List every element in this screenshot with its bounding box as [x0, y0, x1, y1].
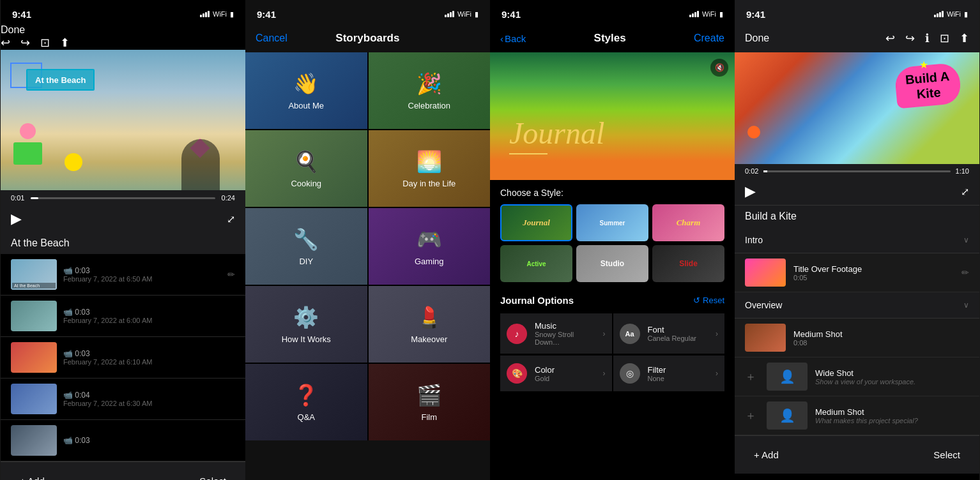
storyboard-makeover[interactable]: 💄 Makeover [369, 286, 491, 363]
wide-shot-add-icon[interactable]: ＋ [745, 369, 756, 384]
signal-icon-4 [934, 11, 944, 17]
nav-icons-4: ↩ ↪ ℹ ⊡ ⬆ [885, 31, 969, 45]
back-button[interactable]: ‹ Back [500, 33, 526, 44]
journal-text-overlay: Journal [509, 116, 604, 154]
storyboard-about-me[interactable]: 👋 About Me [245, 52, 367, 129]
progress-bar-1[interactable] [31, 197, 215, 199]
undo-button-1[interactable]: ↩ [1, 36, 10, 50]
wide-shot-placeholder: Show a view of your workspace. [815, 378, 969, 386]
medium-shot-2-clip[interactable]: ＋ 👤 Medium Shot What makes this project … [735, 396, 979, 435]
intro-clip-1[interactable]: Title Over Footage 0:05 ✏ [735, 253, 979, 292]
style-studio-label: Studio [601, 259, 624, 268]
share-button-1[interactable]: ⬆ [60, 36, 70, 50]
intro-section-header[interactable]: Intro ∨ [735, 227, 979, 253]
style-journal[interactable]: Journal [500, 204, 572, 241]
select-button-1[interactable]: Select [199, 476, 226, 480]
clip-type-icon-1: 📹 0:03 [63, 266, 221, 275]
clip-item-2[interactable]: 📹 0:03 February 7, 2022 at 6:00 AM [1, 296, 245, 337]
overview-section-header[interactable]: Overview ∨ [735, 292, 979, 319]
status-bar-3: 9:41 WiFi ▮ [490, 0, 735, 24]
intro-label: Intro [745, 235, 763, 245]
style-summer-label: Summer [599, 220, 625, 227]
clip-item-3[interactable]: 📹 0:03 February 7, 2022 at 6:10 AM [1, 337, 245, 379]
storyboard-film[interactable]: 🎬 Film [369, 364, 491, 440]
storyboard-qa[interactable]: ❓ Q&A [245, 364, 367, 440]
nav-icons-1: ↩ ↪ ⊡ ⬆ [1, 36, 245, 50]
medium-shot-clip[interactable]: Medium Shot 0:08 [735, 319, 979, 357]
color-option[interactable]: 🎨 Color Gold › [500, 356, 612, 391]
mute-button[interactable]: 🔇 [710, 59, 728, 77]
overview-label: Overview [745, 300, 782, 310]
share-button-4[interactable]: ⬆ [960, 31, 969, 45]
clips-list-1: At the Beach 📹 0:03 February 7, 2022 at … [1, 254, 245, 461]
nav-bar-1: Done ↩ ↪ ⊡ ⬆ [1, 24, 245, 50]
kite-time-end: 1:10 [956, 167, 969, 175]
wide-shot-clip[interactable]: ＋ 👤 Wide Shot Show a view of your worksp… [735, 357, 979, 396]
clip-item-1[interactable]: At the Beach 📹 0:03 February 7, 2022 at … [1, 254, 245, 296]
nav-bar-2: Cancel Storyboards [245, 24, 490, 52]
clip-date-3: February 7, 2022 at 6:10 AM [63, 358, 235, 366]
medium-shot-2-add-icon[interactable]: ＋ [745, 408, 756, 423]
storyboard-celebration[interactable]: 🎉 Celebration [369, 52, 491, 129]
done-button-4[interactable]: Done [745, 33, 769, 44]
kite-fullscreen-button[interactable]: ⤢ [961, 186, 969, 198]
style-charm[interactable]: Charm [652, 204, 724, 241]
journal-title-display: Journal [509, 116, 604, 151]
cancel-button[interactable]: Cancel [256, 33, 287, 44]
storyboard-day-in-life[interactable]: 🌅 Day in the Life [369, 130, 491, 207]
storyboard-cooking[interactable]: 🍳 Cooking [245, 130, 367, 207]
beach-background: At the Beach [1, 50, 245, 190]
add-button-1[interactable]: + Add [20, 476, 45, 480]
play-button-1[interactable]: ▶ [11, 211, 22, 227]
style-active[interactable]: Active [500, 245, 572, 282]
status-bar-2: 9:41 WiFi ▮ [245, 0, 490, 24]
style-slide[interactable]: Slide [652, 245, 724, 282]
nav-bar-3: ‹ Back Styles Create [490, 24, 735, 52]
kite-progress-bar[interactable] [763, 170, 950, 172]
kite-scrubber[interactable]: 0:02 1:10 [735, 164, 979, 178]
info-button-4[interactable]: ℹ [925, 31, 930, 45]
options-grid: ♪ Music Snowy Stroll Down… › Aa Font [500, 313, 724, 392]
about-me-label: About Me [288, 101, 324, 110]
redo-button-1[interactable]: ↪ [20, 36, 30, 50]
title-clip-edit-icon[interactable]: ✏ [961, 267, 969, 278]
redo-button-4[interactable]: ↪ [905, 31, 915, 45]
storyboard-how-it-works[interactable]: ⚙️ How It Works [245, 286, 367, 363]
undo-button-4[interactable]: ↩ [885, 31, 895, 45]
done-button-1[interactable]: Done [1, 24, 25, 35]
video-scrubber-1[interactable]: 0:01 0:24 [1, 190, 245, 206]
color-icon: 🎨 [507, 363, 527, 384]
kite-progress-fill [763, 170, 767, 172]
styles-grid: Journal Summer Charm Active Studio Slide [500, 204, 724, 282]
style-studio[interactable]: Studio [576, 245, 648, 282]
title-overlay-element[interactable]: At the Beach [26, 69, 95, 91]
medium-shot-2-info: Medium Shot What makes this project spec… [815, 407, 969, 424]
progress-fill-1 [31, 197, 38, 199]
status-icons-2: WiFi ▮ [445, 10, 479, 19]
crop-button-4[interactable]: ⊡ [940, 31, 949, 45]
font-option[interactable]: Aa Font Canela Regular › [613, 313, 725, 354]
crop-button-1[interactable]: ⊡ [40, 36, 50, 50]
clip-item-4[interactable]: 📹 0:04 February 7, 2022 at 6:30 AM [1, 379, 245, 420]
kite-play-button[interactable]: ▶ [745, 183, 756, 200]
medium-shot-title: Medium Shot [793, 329, 969, 339]
music-icon: ♪ [507, 324, 527, 344]
font-info: Font Canela Regular [648, 325, 708, 342]
style-summer[interactable]: Summer [576, 204, 648, 241]
film-label: Film [421, 412, 437, 422]
add-button-4[interactable]: + Add [754, 449, 779, 460]
music-option[interactable]: ♪ Music Snowy Stroll Down… › [500, 313, 612, 354]
storyboard-diy[interactable]: 🔧 DIY [245, 208, 367, 285]
kite-project-title: Build a Kite [735, 205, 979, 227]
storyboard-gaming[interactable]: 🎮 Gaming [369, 208, 491, 285]
clip-date-4: February 7, 2022 at 6:30 AM [63, 400, 235, 407]
select-button-4[interactable]: Select [933, 449, 960, 460]
fullscreen-button-1[interactable]: ⤢ [227, 213, 235, 225]
title-over-footage-thumb [745, 259, 786, 287]
reset-button[interactable]: ↺ Reset [693, 296, 724, 305]
edit-icon-1[interactable]: ✏ [227, 269, 235, 280]
create-button[interactable]: Create [694, 33, 724, 44]
clip-item-5[interactable]: 📹 0:03 [1, 420, 245, 461]
signal-icon-3 [689, 11, 699, 17]
filter-option[interactable]: ◎ Filter None › [613, 356, 725, 391]
